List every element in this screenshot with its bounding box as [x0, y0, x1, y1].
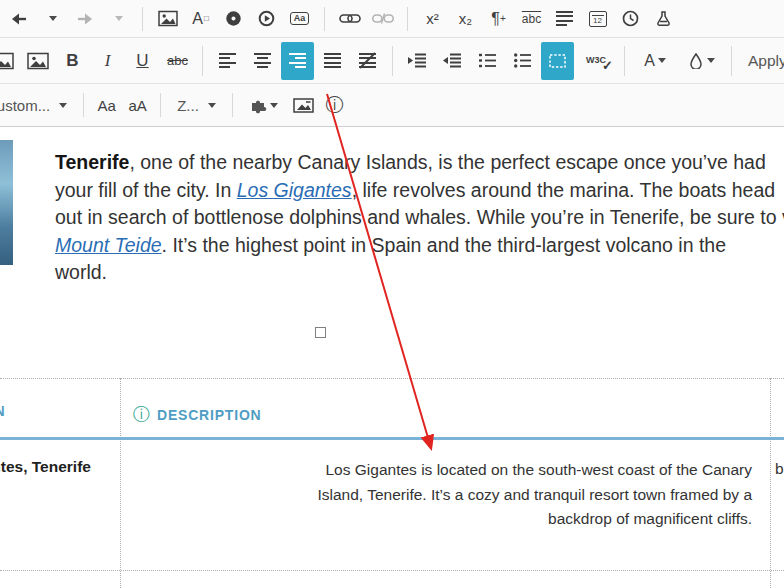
clipped-edge-button[interactable] [0, 42, 19, 80]
zoom-combo-label: Z... [177, 97, 199, 114]
italic-button[interactable]: I [91, 42, 124, 80]
accessibility-check-button[interactable]: A□ [186, 4, 215, 34]
undo-history-button[interactable] [37, 4, 66, 34]
apply-styles-label[interactable]: Apply [748, 52, 784, 70]
styles-combo[interactable]: Custom... [0, 89, 75, 121]
doc-line[interactable]: Mount Teide. It’s the highest point in S… [55, 232, 784, 260]
calendar-day-label: 12 [593, 17, 602, 26]
clock-icon [622, 10, 639, 27]
object-anchor-handle[interactable] [315, 327, 326, 338]
w3c-validate-button[interactable]: W3C ✓ [576, 42, 616, 80]
bulleted-list-button[interactable] [506, 42, 539, 80]
info-icon: ⓘ [133, 403, 150, 426]
media-disc-button[interactable] [219, 4, 248, 34]
indent-increase-icon [408, 53, 427, 68]
capitalize-label: Aa [98, 97, 116, 114]
play-circle-icon [258, 10, 275, 27]
link-icon [339, 12, 361, 25]
textarea-field-button[interactable]: Aa [285, 4, 314, 34]
align-right-button[interactable] [281, 42, 314, 80]
slideshow-button[interactable] [289, 90, 318, 120]
image-icon [158, 10, 178, 27]
table-header-location[interactable]: LOCATION [0, 403, 5, 419]
doc-line[interactable]: your fill of the city. In Los Gigantes, … [55, 177, 784, 205]
toolbar-row-1: A□ Aa x² x₂ ¶+ abc [0, 0, 784, 38]
media-play-button[interactable] [252, 4, 281, 34]
about-info-button[interactable]: ⓘ [320, 90, 349, 120]
doc-text: your fill of the city. In [55, 179, 237, 201]
table-row-divider [0, 570, 784, 571]
disc-icon [225, 10, 242, 27]
doc-line[interactable]: out in search of bottlenose dolphins and… [55, 204, 784, 232]
abbreviation-button[interactable]: abc [517, 4, 546, 34]
description-line: Los Gigantes is located on the south-wes… [130, 458, 752, 483]
doc-line[interactable]: world. [55, 259, 784, 287]
styles-combo-label: Custom... [0, 97, 50, 114]
superscript-button[interactable]: x² [418, 4, 447, 34]
subscript-label: x₂ [459, 10, 472, 27]
link-los-gigantes[interactable]: Los Gigantes [237, 179, 352, 201]
aa-box-icon: Aa [290, 12, 310, 26]
document-image-fragment[interactable] [0, 140, 13, 265]
doc-line[interactable]: Tenerife, one of the nearby Canary Islan… [55, 149, 784, 177]
toolbar-row-2: B I U abc [0, 38, 784, 84]
table-cell-location[interactable]: Los Gigantes, Tenerife [0, 458, 91, 476]
check-glyph: ✓ [602, 59, 613, 72]
insert-date-button[interactable]: 12 [583, 4, 612, 34]
align-justify-button[interactable] [316, 42, 349, 80]
capitalize-button[interactable]: Aa [92, 90, 121, 120]
table-cell-fragment[interactable]: b [775, 460, 784, 478]
toolbar-separator [392, 46, 393, 76]
zoom-combo[interactable]: Z... [169, 89, 224, 121]
description-line: Island, Tenerife. It’s a cozy and tranqu… [130, 483, 752, 508]
a-label: A [192, 10, 203, 28]
doc-bold-text: Tenerife [55, 151, 129, 173]
align-justify-icon [324, 53, 341, 68]
strikethrough-button[interactable]: abc [161, 42, 194, 80]
undo-button[interactable] [4, 4, 33, 34]
toolbar-separator [160, 93, 161, 117]
align-center-button[interactable] [246, 42, 279, 80]
insert-link-button[interactable] [335, 4, 364, 34]
insert-time-button[interactable] [616, 4, 645, 34]
link-mount-teide[interactable]: Mount Teide [55, 234, 162, 256]
remove-format-button[interactable] [351, 42, 384, 80]
description-header-label: DESCRIPTION [157, 407, 261, 423]
paragraph-insert-button[interactable]: ¶+ [484, 4, 513, 34]
font-color-button[interactable]: A [633, 42, 677, 80]
caret-down-icon [208, 103, 216, 108]
image-properties-button[interactable] [21, 42, 54, 80]
block-lines-button[interactable] [550, 4, 579, 34]
toolbar-separator [232, 93, 233, 117]
lowercase-button[interactable]: aA [123, 90, 152, 120]
table-header-description[interactable]: ⓘ DESCRIPTION [133, 403, 261, 426]
abbr-label: abc [522, 12, 541, 26]
doc-text: , life revolves around the marina. The b… [352, 179, 775, 201]
editor-content-area[interactable]: Tenerife, one of the nearby Canary Islan… [0, 127, 784, 588]
insert-image-button[interactable] [153, 4, 182, 34]
template-flask-button[interactable] [649, 4, 678, 34]
numbered-list-button[interactable] [471, 42, 504, 80]
remove-format-icon [359, 53, 376, 68]
indent-decrease-button[interactable] [436, 42, 469, 80]
document-paragraph[interactable]: Tenerife, one of the nearby Canary Islan… [55, 149, 784, 287]
align-center-icon [254, 53, 271, 68]
underline-button[interactable]: U [126, 42, 159, 80]
plugins-button[interactable] [241, 90, 287, 120]
caret-down-icon [270, 103, 278, 108]
font-color-label: A [644, 52, 655, 70]
unlink-button[interactable] [368, 4, 397, 34]
table-column-divider [770, 378, 771, 588]
indent-increase-button[interactable] [401, 42, 434, 80]
subscript-button[interactable]: x₂ [451, 4, 480, 34]
show-blocks-button[interactable] [541, 42, 574, 80]
highlight-color-button[interactable] [679, 42, 723, 80]
bold-button[interactable]: B [56, 42, 89, 80]
bulleted-list-icon [513, 53, 532, 68]
plus-glyph: + [500, 13, 506, 24]
align-left-button[interactable] [211, 42, 244, 80]
redo-button[interactable] [70, 4, 99, 34]
toolbar-separator [324, 7, 325, 31]
table-cell-description[interactable]: Los Gigantes is located on the south-wes… [130, 458, 752, 532]
redo-history-button[interactable] [103, 4, 132, 34]
